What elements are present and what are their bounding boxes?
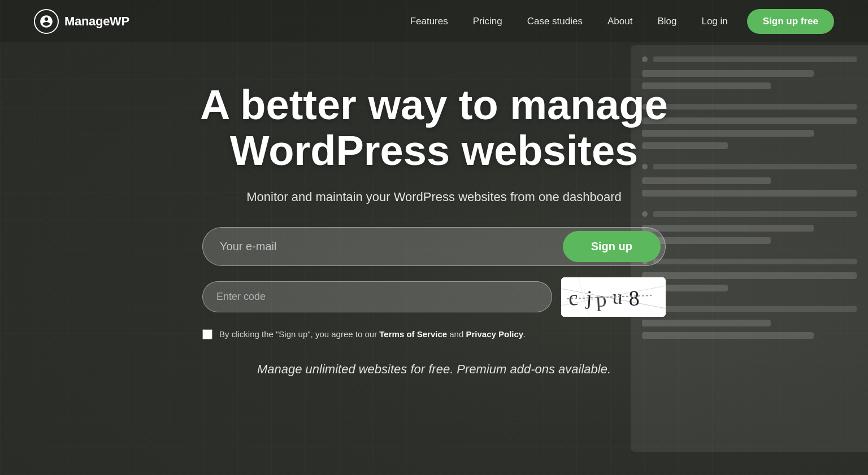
hero-section: A better way to manage WordPress website… [0,42,868,377]
svg-text:p: p [595,287,607,311]
terms-checkbox[interactable] [202,329,212,339]
terms-end: . [523,329,526,339]
nav-signup-button[interactable]: Sign up free [747,9,834,34]
terms-text: By clicking the "Sign up", you agree to … [219,329,526,339]
svg-text:u: u [611,285,623,308]
hero-title: A better way to manage WordPress website… [180,82,688,174]
hero-subtitle: Monitor and maintain your WordPress webs… [246,190,622,204]
nav-pricing[interactable]: Pricing [463,11,513,32]
navbar: ManageWP Features Pricing Case studies A… [0,0,868,42]
nav-links: Features Pricing Case studies About Blog… [400,9,834,34]
logo-svg [39,14,54,29]
privacy-policy-link[interactable]: Privacy Policy [466,329,523,339]
nav-features[interactable]: Features [400,11,458,32]
nav-login[interactable]: Log in [691,11,737,32]
nav-about[interactable]: About [597,11,643,32]
terms-row: By clicking the "Sign up", you agree to … [202,329,666,339]
terms-of-service-link[interactable]: Terms of Service [379,329,447,339]
captcha-input[interactable] [202,281,552,312]
logo-icon [34,9,59,34]
terms-prefix: By clicking the "Sign up", you agree to … [219,329,379,339]
email-form-row: Sign up [202,227,666,266]
nav-case-studies[interactable]: Case studies [517,11,593,32]
email-input[interactable] [220,232,563,261]
promo-text: Manage unlimited websites for free. Prem… [257,362,611,377]
terms-and: and [447,329,466,339]
svg-text:8: 8 [628,286,640,310]
captcha-row: c j p u 8 [202,277,666,317]
signup-button[interactable]: Sign up [563,231,661,262]
logo[interactable]: ManageWP [34,9,129,34]
nav-blog[interactable]: Blog [647,11,687,32]
captcha-image: c j p u 8 [561,277,666,317]
logo-text: ManageWP [64,14,129,29]
